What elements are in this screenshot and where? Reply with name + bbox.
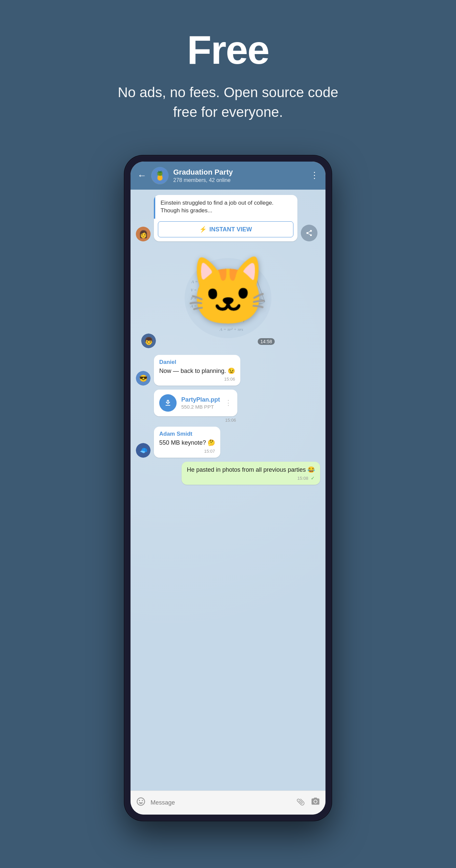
input-bar: [130, 790, 326, 814]
article-message-row: 👩 Einstein struggled to find a job out o…: [136, 195, 320, 242]
own-bubble: He pasted in photos from all previous pa…: [182, 462, 320, 485]
instant-view-label: INSTANT VIEW: [209, 226, 252, 233]
cat-sticker: 🐱: [186, 258, 270, 325]
camera-button[interactable]: [311, 797, 320, 809]
read-checkmark: ✓: [311, 475, 315, 481]
share-button[interactable]: [301, 225, 317, 241]
sticker-sender-avatar: 👦: [141, 334, 156, 348]
sticker-time: 14:58: [258, 338, 275, 345]
hero-subtitle: No ads, no fees. Open source code free f…: [111, 83, 345, 122]
own-message-row: He pasted in photos from all previous pa…: [136, 462, 320, 485]
svg-text:😎: 😎: [139, 375, 148, 382]
file-time: 15:06: [154, 417, 237, 423]
file-size: 550.2 MB PPT: [181, 404, 220, 410]
hero-title: Free: [111, 27, 345, 73]
phone-outer: ← 🍍 Graduation Party 278 members, 42 onl…: [124, 156, 332, 820]
article-bubble: Einstein struggled to find a job out of …: [154, 195, 298, 242]
chat-avatar: 🍍: [151, 167, 169, 184]
own-time: 15:08 ✓: [187, 475, 315, 481]
adam-name: Adam Smidt: [159, 431, 215, 437]
daniel-avatar: 😎: [136, 371, 151, 385]
phone-inner: ← 🍍 Graduation Party 278 members, 42 onl…: [130, 162, 326, 814]
file-bubble-wrapper: PartyPlan.ppt 550.2 MB PPT ⋮ 15:06: [154, 390, 237, 423]
daniel-message-row: 😎 Daniel Now — back to planning. 😉 15:06: [136, 355, 320, 385]
hero-section: Free No ads, no fees. Open source code f…: [98, 0, 358, 142]
emoji-button[interactable]: [136, 797, 146, 809]
svg-text:👩: 👩: [139, 230, 148, 239]
chat-members: 278 members, 42 online: [173, 177, 305, 183]
daniel-bubble: Daniel Now — back to planning. 😉 15:06: [154, 355, 240, 385]
chat-avatar-image: 🍍: [151, 167, 169, 184]
file-name: PartyPlan.ppt: [181, 396, 220, 403]
chat-name: Graduation Party: [173, 168, 305, 177]
chat-body: 👩 Einstein struggled to find a job out o…: [130, 190, 326, 790]
instant-view-button[interactable]: ⚡ INSTANT VIEW: [158, 221, 294, 237]
more-button[interactable]: ⋮: [310, 170, 319, 181]
attach-button[interactable]: [294, 795, 309, 810]
adam-bubble: Adam Smidt 550 MB keynote? 🤔 15:07: [154, 427, 220, 457]
sticker-area: t = πr² A = l² V = l³ P = 2πr A = πr² s …: [136, 248, 320, 348]
own-text: He pasted in photos from all previous pa…: [187, 466, 315, 474]
file-more-button[interactable]: ⋮: [225, 399, 232, 407]
adam-text: 550 MB keynote? 🤔: [159, 439, 215, 447]
svg-text:👦: 👦: [144, 337, 154, 345]
svg-text:🍍: 🍍: [155, 170, 165, 181]
adam-time: 15:07: [159, 449, 215, 454]
back-button[interactable]: ←: [137, 170, 147, 181]
adam-message-row: 🧢 Adam Smidt 550 MB keynote? 🤔 15:07: [136, 427, 320, 457]
adam-avatar: 🧢: [136, 443, 151, 458]
file-info: PartyPlan.ppt 550.2 MB PPT: [181, 396, 220, 410]
daniel-text: Now — back to planning. 😉: [159, 367, 235, 375]
cat-sticker-container: t = πr² A = l² V = l³ P = 2πr A = πr² s …: [178, 248, 278, 348]
daniel-time: 15:06: [159, 377, 235, 381]
file-bubble: PartyPlan.ppt 550.2 MB PPT ⋮: [154, 390, 237, 416]
chat-info: Graduation Party 278 members, 42 online: [173, 168, 305, 183]
article-preview-text: Einstein struggled to find a job out of …: [154, 195, 298, 219]
file-message-row: PartyPlan.ppt 550.2 MB PPT ⋮ 15:06: [136, 390, 320, 423]
daniel-name: Daniel: [159, 359, 235, 366]
girl-avatar: 👩: [136, 227, 151, 241]
message-input[interactable]: [151, 799, 292, 806]
file-download-button[interactable]: [159, 394, 177, 412]
svg-text:🧢: 🧢: [139, 446, 148, 454]
chat-header: ← 🍍 Graduation Party 278 members, 42 onl…: [130, 162, 326, 190]
phone-mockup: ← 🍍 Graduation Party 278 members, 42 onl…: [124, 156, 332, 820]
instant-view-icon: ⚡: [199, 226, 207, 233]
